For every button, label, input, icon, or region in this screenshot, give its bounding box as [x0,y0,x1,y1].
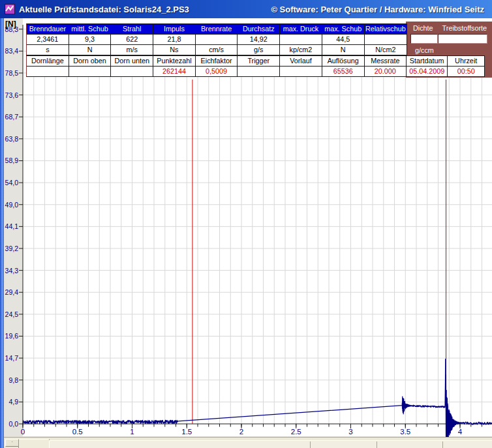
x-tick-label: 0 [21,428,25,436]
y-tick-label: 54,0 [5,179,19,187]
y-tick-label: 58,9 [5,157,19,164]
results-unit-cell: N [322,45,365,55]
y-tick-label: 19,6 [5,332,19,340]
settings-header-cell: Dorn unten [111,56,153,67]
x-tick-label: 2.5 [291,428,301,436]
settings-header-cell: Auflösung [322,56,365,67]
results-unit-cell: m/s [111,45,153,55]
settings-value-cell [111,67,153,76]
bottom-panel-tab[interactable] [18,439,50,448]
results-value-cell: 21,8 [153,35,196,45]
bottom-panel-header-strip [49,440,492,448]
window-title: Aktuelle Prüfstandsdatei: Solaris24_2.PS… [19,5,189,14]
bottom-panel-divider [442,441,443,448]
y-tick-label: 83,4 [5,47,19,55]
title-bar: Aktuelle Prüfstandsdatei: Solaris24_2.PS… [0,0,492,18]
results-unit-cell: N [69,45,112,55]
settings-value-cell [280,67,322,76]
results-header-cell: Brenndauer [27,24,69,35]
y-tick-label: 34,3 [5,267,19,275]
settings-table: DornlängeDorn obenDorn untenPunktezahlEi… [26,55,485,77]
settings-header-cell: Messrate [365,56,407,67]
y-tick-label: 29,4 [5,288,19,296]
x-tick-label: 1.5 [181,428,192,436]
settings-header-cell: Punktezahl [153,56,196,67]
bottom-panel-divider [310,441,311,448]
results-unit-cell: g/s [238,45,280,55]
y-tick-label: 14,7 [5,354,19,362]
results-header-cell: Brennrate [196,24,238,35]
results-unit-cell: kp/cm2 [280,45,322,55]
settings-value-cell: 262144 [153,67,196,76]
results-value-cell: 622 [111,35,153,45]
settings-value-cell [27,67,69,76]
x-tick-label: 2 [239,428,243,436]
y-tick-label: 63,8 [5,135,19,143]
results-header-cell: Strahl [111,24,153,35]
settings-value-cell: 20.000 [365,67,407,76]
results-header-cell: Durchsatz [238,24,280,35]
results-value-cell: 14,92 [238,35,280,45]
y-tick-label: 68,7 [5,113,19,121]
results-value-cell: 9,3 [69,35,112,45]
y-tick-label: 39,2 [5,245,19,252]
y-tick-label: 73,6 [5,91,19,99]
thrust-chart: 0,04,99,814,719,624,529,434,339,244,149,… [0,18,492,448]
results-unit-cell: s [27,45,69,55]
x-tick-label: 3.5 [400,428,410,436]
app-window: Aktuelle Prüfstandsdatei: Solaris24_2.PS… [0,0,492,448]
results-header-cell: max. Schub [322,24,365,35]
settings-header-cell: Vorlauf [280,56,322,67]
bottom-panel-button[interactable]: · [5,439,19,447]
settings-header-cell: Uhrzeit [448,56,484,67]
density-label: Dichte [413,24,433,32]
y-tick-label: 78,5 [5,69,19,77]
x-tick-label: 3 [348,428,352,436]
results-header-cell: mittl. Schub [69,24,112,35]
bottom-panel-divider [377,441,377,448]
y-tick-label: 9,8 [8,376,18,384]
y-tick-label: 4,9 [8,398,18,406]
bottom-panel: · [3,437,492,448]
x-tick-label: 4 [458,428,463,436]
fuel-type-label: Treibstoffsorte [442,24,487,32]
settings-header-cell: Startdatum [407,56,448,67]
results-value-cell: 2,3461 [27,35,69,45]
y-tick-label: 49,0 [5,201,19,209]
settings-value-cell: 00:50 [448,67,484,76]
results-table: Brenndauermittl. SchubStrahlImpulsBrennr… [26,23,407,55]
results-value-cell [196,35,238,45]
y-tick-label: 24,5 [5,310,19,318]
results-unit-cell: Ns [153,45,196,55]
results-header-cell: Impuls [153,24,196,35]
settings-header-cell: Dornlänge [27,56,69,67]
results-header-cell: Relativschub [365,24,407,35]
plot-background [23,18,492,436]
settings-header-cell: Eichfaktor [196,56,238,67]
fuel-panel-headers: Dichte Treibstoffsorte [406,24,492,32]
x-tick-label: 1 [130,428,134,436]
settings-header-cell: Dorn oben [69,56,112,67]
results-unit-cell: cm/s [196,45,238,55]
y-tick-label: 0,0 [8,420,18,428]
results-value-cell: 44,5 [322,35,365,45]
app-icon [5,4,15,14]
results-header-cell: max. Druck [280,24,322,35]
settings-value-cell: 65536 [322,67,365,76]
results-value-cell [280,35,322,45]
x-tick-label: 0.5 [72,428,83,436]
settings-value-cell: 05.04.2009 [407,67,448,76]
window-credit: © Software: Peter Quartier / Hardware: W… [271,5,484,14]
results-unit-cell: N/cm2 [365,45,407,55]
settings-header-cell: Trigger [238,56,280,67]
y-axis-unit-label: [N] [5,20,16,29]
y-tick-label: 44,1 [5,222,19,230]
density-input[interactable] [410,34,438,44]
fuel-type-input[interactable] [438,34,487,44]
window-left-border [0,18,4,448]
results-value-cell [365,35,407,45]
settings-value-cell: 0,5009 [196,67,238,76]
density-unit-label: g/ccm [415,46,434,54]
settings-value-cell [238,67,280,76]
settings-value-cell [69,67,112,76]
